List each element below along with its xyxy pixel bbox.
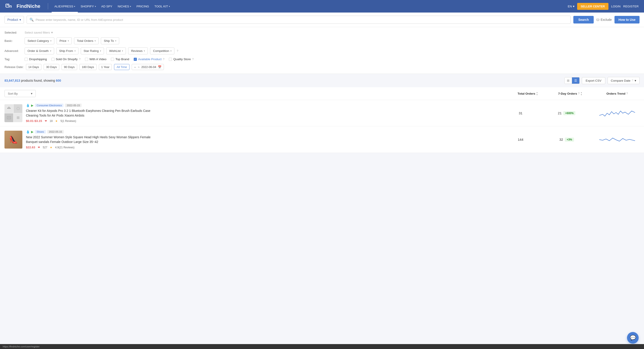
star-rating-select[interactable]: Star Rating ▾ <box>81 48 104 54</box>
release-date-row: Release Date: 14 Days 30 Days 90 Days 18… <box>4 64 640 70</box>
with-video-checkbox[interactable] <box>85 58 88 61</box>
how-to-use-button[interactable]: How to Use <box>614 16 640 24</box>
calendar-icon[interactable]: 📅 <box>158 65 162 69</box>
product-title-2[interactable]: New 2022 Summer Women Style Square Head … <box>26 135 160 144</box>
saved-filters-dropdown[interactable]: Select saved filters ▾ <box>24 31 53 34</box>
dropshipping-checkbox[interactable] <box>24 58 28 61</box>
product-image-1[interactable] <box>4 104 22 122</box>
table-row: 💧 ▶ Consumer Electronics 2022-05-15 Clea… <box>0 100 644 126</box>
rating-2: 4.9(21 Reviews) <box>55 146 74 149</box>
sparkline-2 <box>595 134 640 145</box>
growth-badge-2: +3% <box>565 138 574 142</box>
order-growth-caret-icon: ▾ <box>50 50 51 52</box>
grid-view-btn[interactable]: ⊞ <box>564 77 572 84</box>
ship-to-caret-icon: ▾ <box>115 40 116 42</box>
star-icon-2: ★ <box>50 146 52 149</box>
product-img-cell-2 <box>14 104 22 113</box>
tag-sold-on-shopify[interactable]: Sold On Shopify ? <box>52 58 80 61</box>
tag-available-product[interactable]: Available Product ? <box>134 58 164 61</box>
trend-help-icon[interactable]: ? <box>626 92 628 95</box>
7day-val-1: 21 <box>558 111 562 115</box>
reviews-select[interactable]: Reviews ▾ <box>128 48 148 54</box>
total-orders-sort-icon[interactable]: ▲▼ <box>536 92 538 96</box>
nav-login[interactable]: LOGIN <box>611 5 620 8</box>
heart-icon-2: ❤ <box>38 146 40 149</box>
search-button[interactable]: Search <box>573 16 594 24</box>
nav-register[interactable]: REGISTER <box>623 5 639 8</box>
nav-lang[interactable]: EN ▾ <box>568 5 574 8</box>
wishlist-select[interactable]: WishList ▾ <box>106 48 126 54</box>
total-orders-select[interactable]: Total Orders ▾ <box>74 37 99 44</box>
svg-rect-9 <box>17 116 20 119</box>
tag-top-brand[interactable]: Top Brand <box>111 58 129 61</box>
seller-center-button[interactable]: SELLER CENTER <box>577 3 608 10</box>
date-14days-btn[interactable]: 14 Days <box>26 64 42 70</box>
ship-from-caret-icon: ▾ <box>74 50 76 52</box>
search-input[interactable] <box>36 18 568 22</box>
product-type-select[interactable]: Product ▾ <box>4 16 24 24</box>
star-icon-1: ★ <box>55 120 58 123</box>
nav-niches[interactable]: NICHES ▾ <box>115 0 134 13</box>
product-title-1[interactable]: Cleaner Kit for Airpods Pro 3 2 1 Blueto… <box>26 109 160 118</box>
shopify-help-icon[interactable]: ? <box>79 58 80 61</box>
tag-quality-store[interactable]: Quality Store ? <box>169 58 194 61</box>
basic-label: Basic: <box>4 39 22 43</box>
filters-panel: Selected: Select saved filters ▾ Basic: … <box>0 27 644 74</box>
advanced-help-icon[interactable]: ? <box>177 50 178 53</box>
category-badge-1[interactable]: Consumer Electronics <box>35 104 64 107</box>
ship-to-select[interactable]: Ship To ▾ <box>101 37 119 44</box>
search-icon: 🔍 <box>30 18 34 22</box>
category-badge-2[interactable]: Shoes <box>35 130 46 134</box>
quality-store-checkbox[interactable] <box>169 58 172 61</box>
7day-orders-2: 32 +3% <box>542 138 591 142</box>
quality-store-help-icon[interactable]: ? <box>192 58 194 61</box>
export-csv-button[interactable]: Export CSV <box>582 77 605 84</box>
date-range-input[interactable]: -- ~ 2022-06-04 📅 <box>132 64 164 70</box>
play-icon-2: ▶ <box>31 130 34 134</box>
nav-adspy[interactable]: AD SPY <box>98 0 115 13</box>
price-caret-icon: ▾ <box>68 40 69 42</box>
date-180days-btn[interactable]: 180 Days <box>80 64 96 70</box>
sold-on-shopify-checkbox[interactable] <box>52 58 54 61</box>
price-select[interactable]: Price ▾ <box>56 37 72 44</box>
competition-select[interactable]: Competition ▾ <box>150 48 174 54</box>
nav-pricing[interactable]: PRICING <box>134 0 152 13</box>
date-90days-btn[interactable]: 90 Days <box>62 64 77 70</box>
7day-orders-1: 21 +600% <box>542 111 591 115</box>
exclude-button[interactable]: ⛁ Exclude <box>596 18 612 22</box>
tag-dropshipping[interactable]: Dropshipping <box>24 58 47 61</box>
logo[interactable]: n FindNiche <box>5 3 40 10</box>
sort-by-select[interactable]: Sort By ▾ <box>4 90 36 97</box>
wishlist-caret-icon: ▾ <box>122 50 123 52</box>
top-brand-checkbox[interactable] <box>111 58 114 61</box>
nav-toolkit[interactable]: TOOL KIT ▾ <box>152 0 173 13</box>
nav-aliexpress[interactable]: ALIEXPRESS ▾ <box>52 0 78 13</box>
product-img-cell-4 <box>14 113 22 122</box>
toolkit-caret-icon: ▾ <box>169 5 170 8</box>
product-tags-1: 💧 ▶ Consumer Electronics 2022-05-15 <box>26 104 499 107</box>
date-30days-btn[interactable]: 30 Days <box>44 64 59 70</box>
product-select-caret-icon: ▾ <box>20 18 21 22</box>
compare-date-button[interactable]: Compare Date ? ▾ <box>608 77 640 84</box>
niches-caret-icon: ▾ <box>130 5 131 8</box>
available-product-help-icon[interactable]: ? <box>163 58 164 61</box>
available-product-checkbox[interactable] <box>134 58 137 61</box>
col-header-trend: Orders Trend ? <box>595 92 640 95</box>
category-select[interactable]: Select Category ▾ <box>24 37 54 44</box>
date-1year-btn[interactable]: 1 Year <box>99 64 112 70</box>
order-growth-select[interactable]: Order & Growth ▾ <box>24 48 54 54</box>
saved-filters-caret-icon: ▾ <box>51 31 53 34</box>
products-table: Sort By ▾ Total Orders ▲▼ 7-Day Orders ?… <box>0 87 644 153</box>
ship-from-select[interactable]: Ship From ▾ <box>56 48 78 54</box>
nav-shopify[interactable]: SHOPIFY ▾ <box>78 0 98 13</box>
list-view-btn[interactable]: ☰ <box>572 77 580 84</box>
product-image-2[interactable]: 👠 <box>4 131 22 149</box>
category-caret-icon: ▾ <box>50 40 52 42</box>
date-alltime-btn[interactable]: All Time <box>114 64 129 70</box>
7day-help-icon[interactable]: ? <box>578 92 580 95</box>
7day-orders-sort-icon[interactable]: ▲▼ <box>580 92 582 96</box>
nav-links: ALIEXPRESS ▾ SHOPIFY ▾ AD SPY NICHES ▾ P… <box>52 0 568 13</box>
tag-with-video[interactable]: With A Video <box>85 58 106 61</box>
tag-label: Tag: <box>4 58 22 61</box>
product-img-cell-3 <box>4 113 13 122</box>
